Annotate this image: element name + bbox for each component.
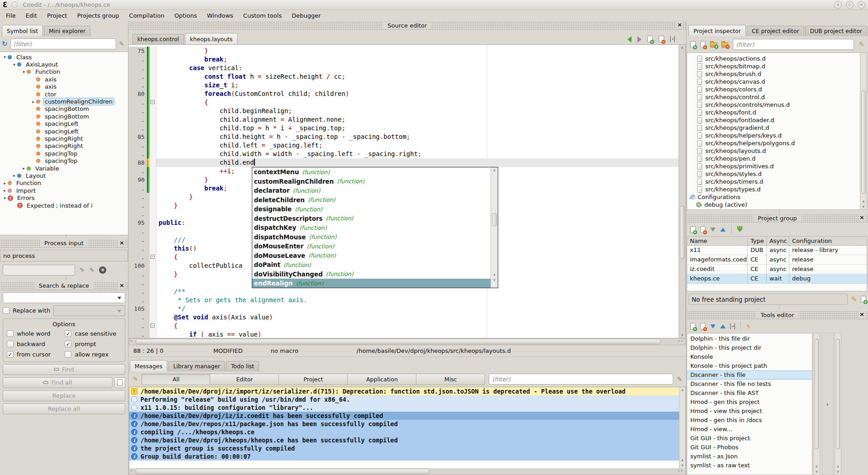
project-group-row[interactable]: kheops.ceCEwaitdebug	[687, 274, 867, 284]
code-editor[interactable]: 75 }. break;. case vertical:. const floa…	[129, 44, 686, 338]
close-button[interactable]: ×	[858, 1, 865, 9]
tab-todo-list[interactable]: Todo list	[226, 361, 259, 371]
remove-tool-icon[interactable]: −	[700, 323, 706, 330]
replace-button[interactable]: Replace	[3, 390, 125, 401]
symbol-item[interactable]: ▾Function	[0, 68, 128, 76]
add-tool-icon[interactable]: +	[690, 323, 696, 330]
column-header-type[interactable]: Type	[748, 237, 767, 245]
code-line[interactable]: . * Sets or gets the alignment axis.	[129, 296, 685, 304]
project-file-item[interactable]: src/kheops/canvas.d	[687, 78, 867, 86]
editor-hscroll-thumb[interactable]	[136, 339, 661, 344]
split-view-icon[interactable]	[670, 36, 675, 42]
expand-icon[interactable]: ▸	[11, 173, 17, 178]
ptree-scroll-down-icon[interactable]: ∨	[860, 204, 867, 209]
completion-item[interactable]: doMouseLeave(function)	[252, 251, 491, 261]
project-file-item[interactable]: src/kheops/helpers/keys.d	[687, 132, 867, 139]
symbol-item[interactable]: spacingRight	[0, 135, 128, 142]
messages-scroll-down-icon[interactable]: ∨	[679, 463, 685, 467]
tool-item[interactable]: Hmod - gen this in /docs	[687, 416, 812, 425]
editor-hscrollbar[interactable]: ‹ ‹›	[129, 338, 686, 345]
expand-icon[interactable]: ▸	[2, 181, 8, 185]
find-all-in-project-button[interactable]	[114, 377, 125, 388]
checkbox[interactable]: ✓	[65, 330, 71, 337]
menu-debugger[interactable]: Debugger	[287, 11, 326, 20]
project-file-item[interactable]: src/kheops/helpers/polygons.d	[687, 139, 867, 147]
symbol-item[interactable]: ▸Layout	[0, 172, 128, 179]
move-project-down-icon[interactable]	[710, 228, 716, 232]
expand-icon[interactable]: ▾	[21, 70, 27, 74]
code-line[interactable]: 80 foreach(CustomControl child; children…	[129, 90, 685, 98]
tools-scroll2-down-icon[interactable]: ∨	[835, 470, 841, 474]
menu-options[interactable]: Options	[170, 11, 202, 20]
checkbox[interactable]	[7, 341, 14, 347]
tab-mini-explorer[interactable]: Mini explorer	[44, 26, 90, 36]
messages-hscroll-arrows[interactable]: ‹›	[678, 468, 684, 473]
tools-scroll-down-icon[interactable]: ∨	[814, 470, 820, 474]
minimize-button[interactable]: ∨	[834, 1, 842, 9]
completion-item[interactable]: doVisibilityChanged(function)	[252, 270, 491, 279]
fold-collapse-icon[interactable]: −	[151, 255, 155, 259]
center-splitter[interactable]	[129, 357, 686, 361]
code-line[interactable]: .− {	[129, 98, 685, 107]
log-row[interactable]: ithe project group is successfully compi…	[129, 444, 685, 452]
checkbox[interactable]: ✓	[7, 351, 14, 358]
configurations-item[interactable]: Configurations	[687, 193, 867, 201]
move-tool-down-icon[interactable]	[710, 324, 716, 328]
log-row[interactable]: !/home/basile/Dev/dproj/iz/import/iz/ser…	[129, 387, 685, 395]
remove-project-icon[interactable]: −	[700, 226, 706, 233]
tab-ce-project-editor[interactable]: CE project editor	[747, 26, 804, 36]
go-forward-icon[interactable]	[637, 36, 642, 43]
symbol-item[interactable]: axis	[0, 83, 128, 90]
symbol-item[interactable]: ▸Import	[0, 187, 128, 194]
code-line[interactable]: . const float h = sizeRect.height / cc;	[129, 72, 685, 81]
project-file-item[interactable]: src/kheops/primitives.d	[687, 162, 867, 170]
messages-filter-input[interactable]	[489, 374, 673, 385]
tools-splitter[interactable]	[822, 333, 834, 475]
editor-vscrollbar[interactable]: ∧ ∨	[679, 45, 685, 338]
expand-icon[interactable]: ▾	[2, 55, 8, 59]
project-file-item[interactable]: src/kheops/controls/menus.d	[687, 101, 867, 109]
expand-icon[interactable]: ▸	[21, 166, 27, 171]
completion-scroll-down-icon[interactable]: ∨	[491, 278, 498, 282]
menu-edit[interactable]: Edit	[21, 11, 42, 20]
left-splitter-1[interactable]	[0, 235, 128, 239]
column-header-async[interactable]: Async	[767, 237, 789, 245]
tool-item[interactable]: Konsole - this project path	[687, 361, 812, 370]
add-folder-icon[interactable]: +	[710, 43, 717, 48]
symbol-item[interactable]: ctor	[0, 90, 128, 98]
process-input-field[interactable]	[3, 265, 75, 276]
project-file-item[interactable]: src/kheops/timers.d	[687, 178, 867, 185]
filter-project[interactable]: Project	[279, 374, 348, 385]
completion-item[interactable]: doMouseEnter(function)	[252, 242, 491, 251]
fold-collapse-icon[interactable]: −	[151, 100, 155, 104]
code-line[interactable]: . @Set void axis(Axis value)	[129, 313, 685, 322]
close-project-group-icon[interactable]: ×	[859, 214, 865, 221]
project-group-row[interactable]: imageformats.coeditCEasyncrelease	[687, 255, 867, 265]
tools-scroll-up-icon[interactable]: ∧	[814, 465, 820, 469]
expand-icon[interactable]: ▾	[11, 62, 17, 67]
project-file-item[interactable]: src/kheops/control.d	[687, 93, 867, 101]
tab-dub-project-editor[interactable]: DUB project editor	[805, 26, 867, 36]
filter-application[interactable]: Application	[348, 374, 416, 385]
filter-all[interactable]: All	[142, 374, 210, 385]
move-project-up-icon[interactable]	[720, 228, 726, 232]
hscroll-arrows[interactable]: ‹›	[678, 338, 684, 343]
project-file-item[interactable]: src/kheops/brush.d	[687, 70, 867, 78]
find-all-button[interactable]: Find all	[3, 377, 113, 388]
checkbox[interactable]: ✓	[65, 341, 71, 347]
code-line[interactable]: . child.left = _spacing.left;	[129, 141, 685, 150]
project-file-item[interactable]: src/kheops/styles.d	[687, 170, 867, 178]
symbol-filter-input[interactable]	[10, 38, 117, 49]
log-row[interactable]: x11 1.0.15: building configuration "libr…	[129, 404, 685, 412]
tab-kheops-layouts[interactable]: kheops.layouts	[185, 33, 237, 44]
completion-scroll-thumb[interactable]	[492, 213, 497, 226]
replace-all-button[interactable]: Replace all	[3, 404, 125, 414]
replace-with-combo[interactable]	[53, 305, 125, 316]
ptree-scroll-up-icon[interactable]: ∧	[860, 200, 867, 204]
completion-item[interactable]: endRealign(function)	[252, 279, 491, 288]
find-button[interactable]: Find	[3, 364, 125, 375]
menu-custom-tools[interactable]: Custom tools	[238, 11, 287, 20]
code-line[interactable]: . child.top = h * i + _spacing.top;	[129, 124, 685, 133]
hscroll-left-icon[interactable]: ‹	[131, 338, 132, 343]
close-document-icon[interactable]: −	[659, 36, 664, 43]
